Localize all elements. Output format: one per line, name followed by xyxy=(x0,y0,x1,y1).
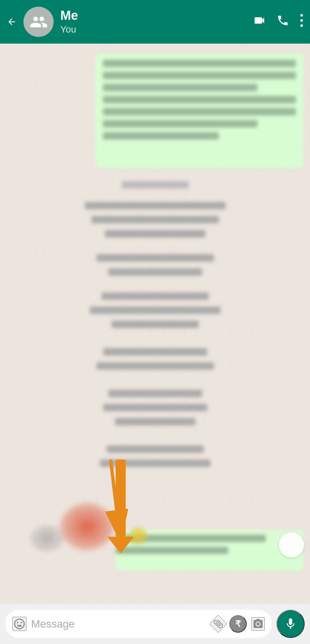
chat-header: Me You xyxy=(0,0,310,44)
msg-line xyxy=(112,321,199,328)
mic-button[interactable] xyxy=(276,610,305,638)
camera-button[interactable] xyxy=(251,617,265,631)
msg-line xyxy=(90,307,221,314)
message-input-container: ₹ xyxy=(5,610,272,638)
message-input[interactable] xyxy=(31,618,207,630)
attach-button[interactable] xyxy=(209,615,227,633)
msg-line xyxy=(97,254,214,262)
sent-message-1 xyxy=(96,54,303,168)
emoji-button[interactable] xyxy=(12,617,26,631)
msg-line xyxy=(97,362,214,370)
timestamp xyxy=(122,181,189,189)
input-bar: ₹ xyxy=(0,604,310,644)
msg-line xyxy=(91,216,219,223)
msg-line xyxy=(105,230,205,237)
back-button[interactable] xyxy=(7,17,17,27)
rupee-icon: ₹ xyxy=(235,619,241,629)
annotation-arrow xyxy=(84,456,158,557)
msg-line xyxy=(103,404,207,411)
header-actions xyxy=(253,14,303,30)
msg-line xyxy=(107,445,204,453)
svg-point-0 xyxy=(300,14,303,17)
msg-line xyxy=(108,390,202,397)
rupee-button[interactable]: ₹ xyxy=(229,615,247,633)
scroll-down-button[interactable] xyxy=(279,532,304,557)
svg-rect-6 xyxy=(116,460,126,537)
chat-area xyxy=(0,44,310,604)
contact-name: Me xyxy=(60,9,246,23)
svg-marker-5 xyxy=(107,537,134,553)
msg-line xyxy=(102,292,209,300)
msg-line xyxy=(115,418,195,425)
msg-line xyxy=(108,268,202,276)
msg-line xyxy=(85,202,226,209)
blur-overlay-gray xyxy=(30,525,64,552)
video-call-button[interactable] xyxy=(253,14,266,30)
contact-info[interactable]: Me You xyxy=(60,9,246,35)
svg-point-1 xyxy=(300,19,303,22)
avatar[interactable] xyxy=(23,7,54,37)
contact-subtitle: You xyxy=(60,24,246,35)
more-options-button[interactable] xyxy=(300,14,303,30)
msg-line xyxy=(103,348,207,356)
svg-point-2 xyxy=(300,24,303,27)
phone-call-button[interactable] xyxy=(276,14,289,30)
